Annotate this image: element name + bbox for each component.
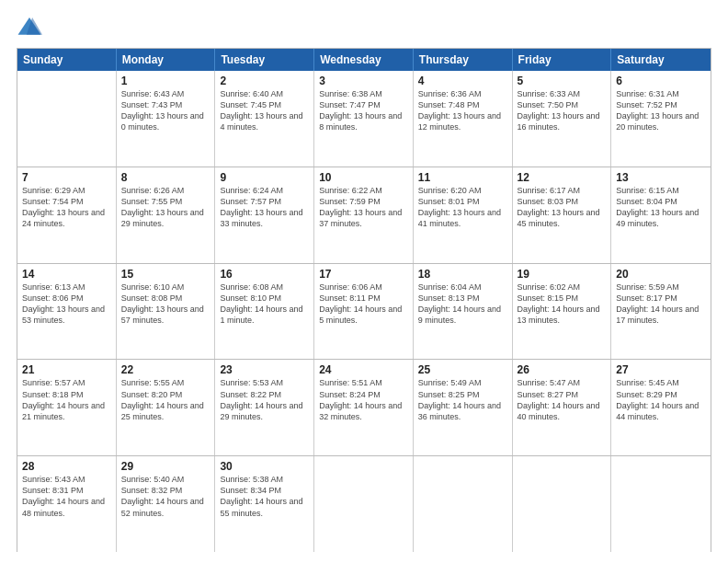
calendar-cell: 3Sunrise: 6:38 AM Sunset: 7:47 PM Daylig… xyxy=(314,71,414,167)
cell-detail: Sunrise: 5:51 AM Sunset: 8:24 PM Dayligh… xyxy=(319,377,408,422)
cell-detail: Sunrise: 6:33 AM Sunset: 7:50 PM Dayligh… xyxy=(518,88,607,133)
day-number: 16 xyxy=(220,268,309,281)
header-day-wednesday: Wednesday xyxy=(314,49,414,71)
calendar-cell: 29Sunrise: 5:40 AM Sunset: 8:32 PM Dayli… xyxy=(117,456,216,552)
calendar-cell: 12Sunrise: 6:17 AM Sunset: 8:03 PM Dayli… xyxy=(513,167,612,263)
cell-detail: Sunrise: 6:08 AM Sunset: 8:10 PM Dayligh… xyxy=(220,282,309,327)
calendar-cell: 1Sunrise: 6:43 AM Sunset: 7:43 PM Daylig… xyxy=(117,71,216,167)
calendar-cell: 30Sunrise: 5:38 AM Sunset: 8:34 PM Dayli… xyxy=(215,456,314,552)
day-number: 21 xyxy=(22,363,111,376)
header-day-sunday: Sunday xyxy=(17,49,117,71)
cell-detail: Sunrise: 6:13 AM Sunset: 8:06 PM Dayligh… xyxy=(22,282,111,327)
cell-detail: Sunrise: 6:04 AM Sunset: 8:13 PM Dayligh… xyxy=(418,282,507,327)
cell-detail: Sunrise: 6:17 AM Sunset: 8:03 PM Dayligh… xyxy=(518,185,607,230)
calendar-cell: 24Sunrise: 5:51 AM Sunset: 8:24 PM Dayli… xyxy=(314,360,414,455)
day-number: 3 xyxy=(319,75,408,87)
calendar-cell: 19Sunrise: 6:02 AM Sunset: 8:15 PM Dayli… xyxy=(513,264,612,360)
header-day-saturday: Saturday xyxy=(611,49,711,71)
cell-detail: Sunrise: 6:15 AM Sunset: 8:04 PM Dayligh… xyxy=(616,185,706,230)
calendar-cell: 20Sunrise: 5:59 AM Sunset: 8:17 PM Dayli… xyxy=(611,264,711,360)
logo-icon xyxy=(17,15,42,40)
cell-detail: Sunrise: 5:49 AM Sunset: 8:25 PM Dayligh… xyxy=(418,377,507,422)
day-number: 29 xyxy=(121,460,210,473)
calendar-cell: 26Sunrise: 5:47 AM Sunset: 8:27 PM Dayli… xyxy=(513,360,612,455)
day-number: 9 xyxy=(220,171,309,184)
calendar: SundayMondayTuesdayWednesdayThursdayFrid… xyxy=(17,48,711,552)
cell-detail: Sunrise: 5:57 AM Sunset: 8:18 PM Dayligh… xyxy=(22,377,111,422)
calendar-cell: 21Sunrise: 5:57 AM Sunset: 8:18 PM Dayli… xyxy=(17,360,117,455)
calendar-body: 1Sunrise: 6:43 AM Sunset: 7:43 PM Daylig… xyxy=(17,71,711,552)
cell-detail: Sunrise: 5:53 AM Sunset: 8:22 PM Dayligh… xyxy=(220,377,309,422)
header-day-thursday: Thursday xyxy=(414,49,513,71)
calendar-cell: 8Sunrise: 6:26 AM Sunset: 7:55 PM Daylig… xyxy=(117,167,216,263)
cell-detail: Sunrise: 6:38 AM Sunset: 7:47 PM Dayligh… xyxy=(319,88,408,133)
cell-detail: Sunrise: 5:45 AM Sunset: 8:29 PM Dayligh… xyxy=(616,377,706,422)
header-day-tuesday: Tuesday xyxy=(215,49,314,71)
day-number: 25 xyxy=(418,363,507,376)
calendar-cell: 15Sunrise: 6:10 AM Sunset: 8:08 PM Dayli… xyxy=(117,264,216,360)
week-row-4: 21Sunrise: 5:57 AM Sunset: 8:18 PM Dayli… xyxy=(17,360,711,456)
cell-detail: Sunrise: 6:24 AM Sunset: 7:57 PM Dayligh… xyxy=(220,185,309,230)
cell-detail: Sunrise: 6:02 AM Sunset: 8:15 PM Dayligh… xyxy=(518,282,607,327)
cell-detail: Sunrise: 6:26 AM Sunset: 7:55 PM Dayligh… xyxy=(121,185,210,230)
week-row-1: 1Sunrise: 6:43 AM Sunset: 7:43 PM Daylig… xyxy=(17,71,711,167)
calendar-cell xyxy=(17,71,117,167)
calendar-cell xyxy=(513,456,612,552)
calendar-cell: 9Sunrise: 6:24 AM Sunset: 7:57 PM Daylig… xyxy=(215,167,314,263)
calendar-cell: 25Sunrise: 5:49 AM Sunset: 8:25 PM Dayli… xyxy=(414,360,513,455)
day-number: 24 xyxy=(319,363,408,376)
calendar-page: SundayMondayTuesdayWednesdayThursdayFrid… xyxy=(0,0,728,563)
calendar-cell: 4Sunrise: 6:36 AM Sunset: 7:48 PM Daylig… xyxy=(414,71,513,167)
cell-detail: Sunrise: 6:06 AM Sunset: 8:11 PM Dayligh… xyxy=(319,282,408,327)
header-day-monday: Monday xyxy=(117,49,216,71)
calendar-cell: 7Sunrise: 6:29 AM Sunset: 7:54 PM Daylig… xyxy=(17,167,117,263)
calendar-cell xyxy=(414,456,513,552)
cell-detail: Sunrise: 6:40 AM Sunset: 7:45 PM Dayligh… xyxy=(220,88,309,133)
calendar-cell: 28Sunrise: 5:43 AM Sunset: 8:31 PM Dayli… xyxy=(17,456,117,552)
day-number: 14 xyxy=(22,268,111,281)
calendar-cell: 16Sunrise: 6:08 AM Sunset: 8:10 PM Dayli… xyxy=(215,264,314,360)
day-number: 12 xyxy=(518,171,607,184)
day-number: 13 xyxy=(616,171,706,184)
calendar-cell xyxy=(314,456,414,552)
calendar-cell: 5Sunrise: 6:33 AM Sunset: 7:50 PM Daylig… xyxy=(513,71,612,167)
day-number: 6 xyxy=(616,75,706,87)
cell-detail: Sunrise: 6:22 AM Sunset: 7:59 PM Dayligh… xyxy=(319,185,408,230)
cell-detail: Sunrise: 5:40 AM Sunset: 8:32 PM Dayligh… xyxy=(121,474,210,519)
week-row-3: 14Sunrise: 6:13 AM Sunset: 8:06 PM Dayli… xyxy=(17,264,711,361)
calendar-cell: 17Sunrise: 6:06 AM Sunset: 8:11 PM Dayli… xyxy=(314,264,414,360)
day-number: 19 xyxy=(518,268,607,281)
calendar-cell: 22Sunrise: 5:55 AM Sunset: 8:20 PM Dayli… xyxy=(117,360,216,455)
logo xyxy=(17,15,44,40)
calendar-cell: 6Sunrise: 6:31 AM Sunset: 7:52 PM Daylig… xyxy=(611,71,711,167)
day-number: 30 xyxy=(220,460,309,473)
calendar-cell: 14Sunrise: 6:13 AM Sunset: 8:06 PM Dayli… xyxy=(17,264,117,360)
cell-detail: Sunrise: 6:36 AM Sunset: 7:48 PM Dayligh… xyxy=(418,88,507,133)
week-row-5: 28Sunrise: 5:43 AM Sunset: 8:31 PM Dayli… xyxy=(17,456,711,552)
cell-detail: Sunrise: 6:29 AM Sunset: 7:54 PM Dayligh… xyxy=(22,185,111,230)
calendar-cell: 10Sunrise: 6:22 AM Sunset: 7:59 PM Dayli… xyxy=(314,167,414,263)
header-day-friday: Friday xyxy=(513,49,612,71)
cell-detail: Sunrise: 6:20 AM Sunset: 8:01 PM Dayligh… xyxy=(418,185,507,230)
calendar-cell: 18Sunrise: 6:04 AM Sunset: 8:13 PM Dayli… xyxy=(414,264,513,360)
day-number: 22 xyxy=(121,363,210,376)
day-number: 8 xyxy=(121,171,210,184)
day-number: 5 xyxy=(518,75,607,87)
cell-detail: Sunrise: 6:10 AM Sunset: 8:08 PM Dayligh… xyxy=(121,282,210,327)
cell-detail: Sunrise: 5:43 AM Sunset: 8:31 PM Dayligh… xyxy=(22,474,111,519)
cell-detail: Sunrise: 5:47 AM Sunset: 8:27 PM Dayligh… xyxy=(518,377,607,422)
day-number: 2 xyxy=(220,75,309,87)
day-number: 27 xyxy=(616,363,706,376)
day-number: 15 xyxy=(121,268,210,281)
calendar-cell xyxy=(611,456,711,552)
cell-detail: Sunrise: 5:38 AM Sunset: 8:34 PM Dayligh… xyxy=(220,474,309,519)
day-number: 20 xyxy=(616,268,706,281)
day-number: 18 xyxy=(418,268,507,281)
cell-detail: Sunrise: 6:43 AM Sunset: 7:43 PM Dayligh… xyxy=(121,88,210,133)
day-number: 4 xyxy=(418,75,507,87)
calendar-cell: 27Sunrise: 5:45 AM Sunset: 8:29 PM Dayli… xyxy=(611,360,711,455)
week-row-2: 7Sunrise: 6:29 AM Sunset: 7:54 PM Daylig… xyxy=(17,167,711,264)
day-number: 11 xyxy=(418,171,507,184)
day-number: 28 xyxy=(22,460,111,473)
calendar-cell: 13Sunrise: 6:15 AM Sunset: 8:04 PM Dayli… xyxy=(611,167,711,263)
